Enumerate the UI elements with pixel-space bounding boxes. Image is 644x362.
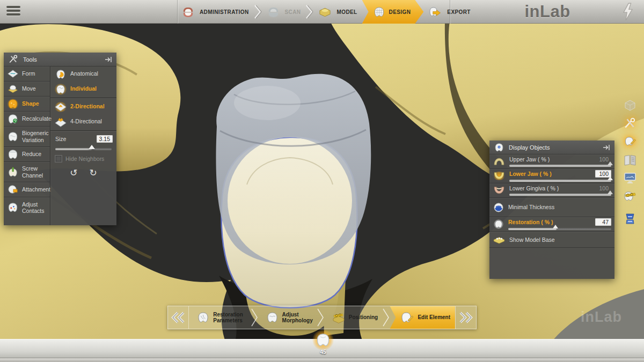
- previous-steps-button[interactable]: [168, 306, 189, 329]
- step-adjust-morphology[interactable]: Adjust Morphology: [258, 306, 317, 329]
- phase-scan[interactable]: SCAN: [285, 9, 301, 15]
- administration-icon: [181, 6, 195, 18]
- tool-item-form[interactable]: Form: [4, 67, 50, 82]
- option-anatomical[interactable]: Anatomical: [50, 67, 116, 82]
- size-value-field[interactable]: 3.15: [97, 135, 113, 143]
- step-separator-icon: [383, 308, 390, 327]
- lower-jaw-slider[interactable]: [509, 180, 611, 182]
- tool-item-biogeneric-variation[interactable]: Biogeneric Variation: [4, 127, 50, 147]
- tools-panel: Tools Form Move: [4, 53, 116, 225]
- restoration-value-field[interactable]: 47: [595, 218, 611, 226]
- option-4-directional[interactable]: 4-Directional: [50, 114, 116, 129]
- option-2-directional[interactable]: 2-Directional: [50, 99, 116, 114]
- collapse-panel-icon[interactable]: [603, 144, 610, 151]
- next-steps-button[interactable]: [455, 306, 476, 329]
- anatomical-icon: [54, 69, 67, 80]
- display-row-lower-jaw[interactable]: Lower Jaw ( % ) 100: [489, 169, 614, 183]
- analysis-tool-icon[interactable]: [622, 189, 638, 203]
- phase-nav: ADMINISTRATION SCAN: [181, 0, 471, 24]
- move-icon: [7, 84, 19, 94]
- display-row-show-model-base[interactable]: Show Model Base: [489, 232, 614, 248]
- display-objects-panel: Display Objects Upper Jaw ( % ) 100: [489, 141, 614, 279]
- edit-element-icon: [400, 312, 414, 324]
- restoration-icon: [493, 219, 504, 230]
- shape-icon: [7, 99, 19, 109]
- phase-separator-icon: [254, 4, 262, 20]
- step-edit-element[interactable]: Edit Element: [390, 306, 455, 329]
- display-objects-icon: [494, 143, 504, 152]
- tool-item-recalculate[interactable]: Recalculate: [4, 112, 50, 127]
- step-separator-icon: [317, 308, 324, 327]
- display-row-lower-gingiva[interactable]: Lower Gingiva ( % ) 100: [489, 183, 614, 198]
- show-model-base-icon: [493, 235, 506, 244]
- hide-neighbors-checkbox[interactable]: [55, 156, 62, 162]
- restoration-slider[interactable]: [508, 228, 611, 230]
- topbar-divider: [177, 0, 178, 24]
- upper-jaw-slider[interactable]: [509, 165, 611, 167]
- display-row-minimal-thickness[interactable]: Minimal Thickness: [489, 198, 614, 217]
- tool-item-shape[interactable]: Shape: [4, 97, 50, 112]
- phase-separator-icon: [305, 4, 313, 20]
- menu-icon[interactable]: [6, 6, 20, 18]
- size-slider-thumb[interactable]: [89, 145, 95, 149]
- tool-item-attachment[interactable]: Attachment: [4, 182, 50, 197]
- display-row-restoration[interactable]: Restoration ( % ) 47: [489, 217, 614, 232]
- option-individual[interactable]: Individual: [50, 82, 116, 97]
- flash-icon[interactable]: [619, 3, 636, 21]
- design-icon: [373, 6, 385, 18]
- size-slider[interactable]: [55, 148, 112, 150]
- display-row-upper-jaw[interactable]: Upper Jaw ( % ) 100: [489, 154, 614, 169]
- phase-administration[interactable]: ADMINISTRATION: [200, 9, 249, 15]
- adjust-morphology-icon: [266, 312, 279, 323]
- step-positioning[interactable]: Positioning: [324, 306, 383, 329]
- tools-panel-header: Tools: [4, 53, 116, 67]
- monitor-icon[interactable]: [622, 171, 638, 185]
- hide-neighbors-option[interactable]: Hide Neighbors: [50, 153, 116, 164]
- reduce-icon: [7, 149, 19, 160]
- hide-neighbors-label: Hide Neighbors: [65, 156, 104, 162]
- collapse-panel-icon[interactable]: [105, 56, 112, 63]
- lower-jaw-icon: [493, 172, 506, 180]
- step-restoration-parameters[interactable]: Restoration Parameters: [189, 306, 251, 329]
- phase-export[interactable]: EXPORT: [447, 9, 471, 15]
- side-toolbar: [620, 98, 640, 226]
- tool-item-adjust-contacts[interactable]: Adjust Contacts: [4, 197, 50, 218]
- workflow-step-bar: Restoration Parameters Adjust Morphology…: [167, 306, 477, 329]
- tool-item-screw-channel[interactable]: Screw Channel: [4, 162, 50, 182]
- shape-options: Anatomical Individual 2-Directional: [50, 67, 116, 225]
- tool-item-move[interactable]: Move: [4, 82, 50, 97]
- minimal-thickness-icon: [493, 202, 504, 213]
- size-label: Size: [55, 136, 66, 142]
- lower-gingiva-icon: [493, 186, 506, 195]
- tool-item-reduce[interactable]: Reduce: [4, 147, 50, 162]
- biogeneric-variation-icon: [7, 131, 19, 142]
- export-icon: [428, 6, 442, 18]
- phase-model[interactable]: MODEL: [336, 9, 357, 15]
- step-separator-icon: [251, 308, 258, 327]
- articulation-icon[interactable]: [622, 211, 638, 226]
- attachment-icon: [7, 184, 19, 195]
- lower-gingiva-slider[interactable]: [509, 194, 611, 196]
- view-cube-icon[interactable]: [622, 98, 638, 112]
- tool-list: Form Move Shape: [4, 67, 50, 225]
- toolbar-display-objects-icon[interactable]: [622, 134, 638, 149]
- undo-icon[interactable]: ↺: [70, 168, 77, 178]
- restoration-parameters-icon: [196, 312, 210, 323]
- catalog-icon[interactable]: [622, 152, 638, 167]
- screw-channel-icon: [7, 167, 19, 178]
- phase-design[interactable]: DESIGN: [362, 0, 424, 24]
- form-icon: [7, 69, 19, 78]
- scan-icon: [267, 6, 280, 18]
- upper-jaw-icon: [493, 157, 506, 166]
- app-logo: inLab: [504, 2, 590, 21]
- double-chevron-right-icon: [458, 312, 473, 323]
- toolbar-tools-icon[interactable]: [622, 116, 638, 130]
- individual-icon: [54, 84, 67, 95]
- redo-icon[interactable]: ↻: [90, 168, 97, 178]
- phase-design-label: DESIGN: [389, 9, 411, 15]
- display-panel-title: Display Objects: [509, 144, 550, 151]
- adjust-contacts-icon: [7, 202, 19, 213]
- canvas-watermark: inLab: [581, 309, 622, 326]
- tools-panel-title: Tools: [23, 56, 37, 63]
- tooth-45-selector[interactable]: 45: [310, 330, 336, 355]
